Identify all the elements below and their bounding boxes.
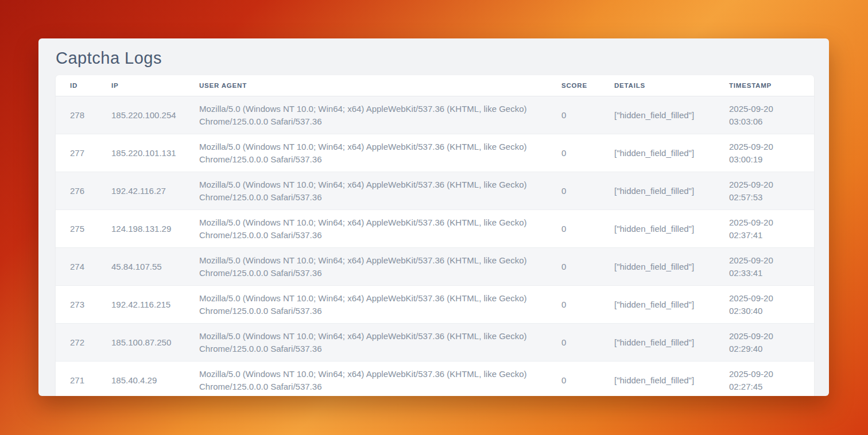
cell-id: 276 <box>56 172 106 210</box>
page-background: { "page": { "title": "Captcha Logs" }, "… <box>0 0 868 435</box>
cell-score: 0 <box>556 172 609 210</box>
cell-details: ["hidden_field_filled"] <box>609 286 723 324</box>
table-header-row: ID IP USER AGENT SCORE DETAILS TIMESTAMP <box>56 75 814 96</box>
cell-user-agent: Mozilla/5.0 (Windows NT 10.0; Win64; x64… <box>193 172 556 210</box>
cell-ip: 124.198.131.29 <box>106 210 193 248</box>
cell-score: 0 <box>556 324 609 362</box>
cell-timestamp: 2025-09-20 03:03:06 <box>723 96 814 134</box>
cell-timestamp: 2025-09-20 02:27:45 <box>723 362 814 397</box>
cell-user-agent: Mozilla/5.0 (Windows NT 10.0; Win64; x64… <box>193 248 556 286</box>
column-header-timestamp: TIMESTAMP <box>723 75 814 96</box>
table-row: 272 185.100.87.250 Mozilla/5.0 (Windows … <box>56 324 814 362</box>
cell-user-agent: Mozilla/5.0 (Windows NT 10.0; Win64; x64… <box>193 134 556 172</box>
logs-table-panel: ID IP USER AGENT SCORE DETAILS TIMESTAMP… <box>56 75 814 396</box>
cell-ip: 185.100.87.250 <box>106 324 193 362</box>
cell-ip: 185.220.100.254 <box>106 96 193 134</box>
table-row: 278 185.220.100.254 Mozilla/5.0 (Windows… <box>56 96 814 134</box>
cell-timestamp: 2025-09-20 02:37:41 <box>723 210 814 248</box>
cell-score: 0 <box>556 134 609 172</box>
table-body: 278 185.220.100.254 Mozilla/5.0 (Windows… <box>56 96 814 397</box>
cell-score: 0 <box>556 362 609 397</box>
cell-details: ["hidden_field_filled"] <box>609 210 723 248</box>
captcha-logs-card: Captcha Logs ID IP USER AGENT SCORE DETA… <box>38 38 829 396</box>
cell-ip: 185.220.101.131 <box>106 134 193 172</box>
cell-timestamp: 2025-09-20 02:29:40 <box>723 324 814 362</box>
table-row: 277 185.220.101.131 Mozilla/5.0 (Windows… <box>56 134 814 172</box>
cell-ip: 192.42.116.215 <box>106 286 193 324</box>
cell-id: 271 <box>56 362 106 397</box>
cell-ip: 192.42.116.27 <box>106 172 193 210</box>
cell-ip: 45.84.107.55 <box>106 248 193 286</box>
cell-details: ["hidden_field_filled"] <box>609 134 723 172</box>
table-header: ID IP USER AGENT SCORE DETAILS TIMESTAMP <box>56 75 814 96</box>
table-row: 274 45.84.107.55 Mozilla/5.0 (Windows NT… <box>56 248 814 286</box>
column-header-score: SCORE <box>556 75 609 96</box>
cell-details: ["hidden_field_filled"] <box>609 96 723 134</box>
column-header-details: DETAILS <box>609 75 723 96</box>
table-row: 271 185.40.4.29 Mozilla/5.0 (Windows NT … <box>56 362 814 397</box>
cell-details: ["hidden_field_filled"] <box>609 172 723 210</box>
cell-user-agent: Mozilla/5.0 (Windows NT 10.0; Win64; x64… <box>193 286 556 324</box>
column-header-id: ID <box>56 75 106 96</box>
captcha-logs-table: ID IP USER AGENT SCORE DETAILS TIMESTAMP… <box>56 75 814 396</box>
cell-details: ["hidden_field_filled"] <box>609 362 723 397</box>
cell-score: 0 <box>556 210 609 248</box>
cell-id: 274 <box>56 248 106 286</box>
cell-timestamp: 2025-09-20 02:30:40 <box>723 286 814 324</box>
cell-timestamp: 2025-09-20 02:33:41 <box>723 248 814 286</box>
table-row: 276 192.42.116.27 Mozilla/5.0 (Windows N… <box>56 172 814 210</box>
cell-user-agent: Mozilla/5.0 (Windows NT 10.0; Win64; x64… <box>193 362 556 397</box>
cell-timestamp: 2025-09-20 03:00:19 <box>723 134 814 172</box>
cell-score: 0 <box>556 96 609 134</box>
cell-score: 0 <box>556 248 609 286</box>
cell-id: 273 <box>56 286 106 324</box>
cell-id: 272 <box>56 324 106 362</box>
column-header-ip: IP <box>106 75 193 96</box>
column-header-user-agent: USER AGENT <box>193 75 556 96</box>
cell-user-agent: Mozilla/5.0 (Windows NT 10.0; Win64; x64… <box>193 96 556 134</box>
table-row: 273 192.42.116.215 Mozilla/5.0 (Windows … <box>56 286 814 324</box>
cell-score: 0 <box>556 286 609 324</box>
cell-timestamp: 2025-09-20 02:57:53 <box>723 172 814 210</box>
cell-user-agent: Mozilla/5.0 (Windows NT 10.0; Win64; x64… <box>193 324 556 362</box>
cell-details: ["hidden_field_filled"] <box>609 248 723 286</box>
cell-ip: 185.40.4.29 <box>106 362 193 397</box>
table-row: 275 124.198.131.29 Mozilla/5.0 (Windows … <box>56 210 814 248</box>
page-title: Captcha Logs <box>56 48 814 68</box>
cell-id: 278 <box>56 96 106 134</box>
cell-id: 275 <box>56 210 106 248</box>
cell-id: 277 <box>56 134 106 172</box>
cell-details: ["hidden_field_filled"] <box>609 324 723 362</box>
cell-user-agent: Mozilla/5.0 (Windows NT 10.0; Win64; x64… <box>193 210 556 248</box>
